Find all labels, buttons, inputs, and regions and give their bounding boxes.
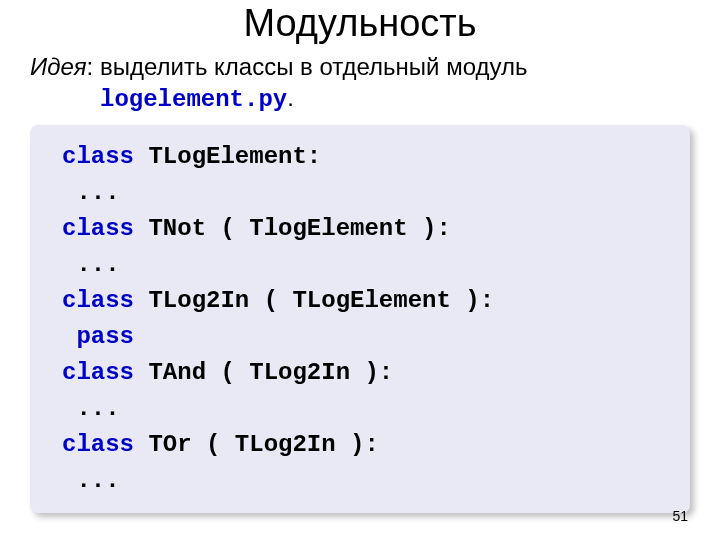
code-c2r: ( TlogElement ): [206,215,451,242]
code-c4n: TAnd [148,359,206,386]
idea-line: Идея: выделить классы в отдельный модуль… [30,51,720,115]
kw-class-3: class [62,287,134,314]
code-block: class TLogElement: ... class TNot ( Tlog… [30,125,690,513]
idea-label: Идея [30,53,87,80]
idea-text: выделить классы в отдельный модуль [100,53,528,80]
kw-class-5: class [62,431,134,458]
code-c5n: TOr [148,431,191,458]
code-c3r: ( TLogElement ): [249,287,494,314]
code-ell-4: ... [76,467,119,494]
code-c2n: TNot [148,215,206,242]
slide-title: Модульность [0,2,720,45]
idea-colon: : [87,53,100,80]
kw-class-2: class [62,215,134,242]
page-number: 51 [672,508,688,524]
kw-pass: pass [76,323,134,350]
code-c5r: ( TLog2In ): [192,431,379,458]
code-ell-1: ... [76,179,119,206]
code-ell-3: ... [76,395,119,422]
code-ell-2: ... [76,251,119,278]
code-c4r: ( TLog2In ): [206,359,393,386]
slide: Модульность Идея: выделить классы в отде… [0,2,720,540]
file-dot: . [287,84,294,111]
code-c3n: TLog2In [148,287,249,314]
module-filename: logelement.py [100,84,287,115]
kw-class-4: class [62,359,134,386]
code-c1: TLogElement: [148,143,321,170]
kw-class-1: class [62,143,134,170]
